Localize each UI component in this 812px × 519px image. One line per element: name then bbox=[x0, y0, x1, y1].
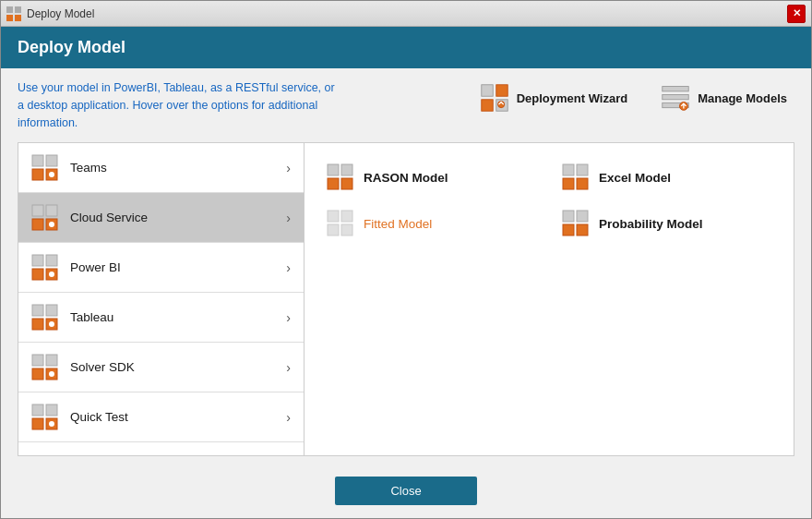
svg-rect-19 bbox=[46, 205, 57, 216]
left-nav: Teams › Cloud Service bbox=[18, 143, 304, 455]
nav-item-solver-sdk[interactable]: Solver SDK › bbox=[18, 343, 304, 392]
svg-rect-46 bbox=[341, 178, 352, 189]
svg-rect-30 bbox=[32, 319, 43, 330]
svg-rect-33 bbox=[32, 355, 43, 366]
svg-point-42 bbox=[49, 421, 54, 427]
manage-models-label: Manage Models bbox=[698, 91, 787, 105]
manage-models-icon bbox=[661, 83, 690, 113]
title-bar-left: Deploy Model bbox=[6, 6, 94, 21]
nav-item-quicktest-left: Quick Test bbox=[31, 404, 128, 431]
close-button[interactable]: Close bbox=[335, 477, 476, 505]
svg-point-37 bbox=[49, 371, 54, 377]
power-bi-label: Power BI bbox=[70, 260, 121, 274]
svg-rect-40 bbox=[32, 418, 43, 429]
svg-rect-5 bbox=[496, 85, 507, 96]
svg-rect-3 bbox=[15, 15, 21, 21]
svg-point-17 bbox=[49, 172, 54, 177]
top-section: Use your model in PowerBI, Tableau, as a… bbox=[18, 79, 794, 131]
nav-item-teams-left: Teams bbox=[31, 154, 107, 182]
nav-item-tableau-left: Tableau bbox=[31, 304, 113, 332]
power-bi-icon bbox=[31, 254, 59, 282]
svg-rect-43 bbox=[328, 164, 339, 175]
nav-item-cloud-service[interactable]: Cloud Service › bbox=[18, 193, 304, 243]
svg-rect-38 bbox=[32, 404, 43, 416]
svg-point-22 bbox=[49, 222, 54, 227]
svg-point-32 bbox=[49, 321, 54, 327]
tableau-icon bbox=[31, 304, 59, 332]
svg-rect-15 bbox=[32, 169, 43, 180]
svg-rect-50 bbox=[577, 178, 588, 189]
fitted-model-label: Fitted Model bbox=[364, 217, 432, 231]
nav-item-cloud-left: Cloud Service bbox=[31, 204, 148, 232]
deployment-wizard-label: Deployment Wizard bbox=[517, 91, 628, 105]
top-buttons: Deployment Wizard Manage Models bbox=[472, 79, 794, 116]
svg-rect-54 bbox=[341, 224, 352, 235]
svg-rect-44 bbox=[341, 164, 352, 175]
svg-rect-2 bbox=[6, 15, 13, 21]
deploy-model-window: Deploy Model ✕ Deploy Model Use your mod… bbox=[0, 0, 812, 519]
excel-model-label: Excel Model bbox=[599, 171, 671, 185]
right-content: RASON Model Excel Model bbox=[304, 143, 794, 455]
svg-rect-28 bbox=[32, 305, 43, 316]
svg-point-27 bbox=[49, 272, 54, 277]
manage-models-button[interactable]: Manage Models bbox=[653, 79, 794, 116]
solver-sdk-chevron: › bbox=[286, 360, 291, 375]
probability-model-item[interactable]: Probability Model bbox=[558, 204, 775, 243]
tableau-label: Tableau bbox=[70, 310, 113, 324]
deployment-wizard-icon bbox=[480, 83, 509, 113]
quick-test-chevron: › bbox=[286, 410, 291, 425]
deployment-wizard-button[interactable]: Deployment Wizard bbox=[472, 79, 636, 116]
svg-rect-57 bbox=[563, 224, 574, 235]
svg-rect-48 bbox=[577, 164, 588, 175]
svg-rect-0 bbox=[6, 6, 13, 13]
rason-model-icon bbox=[327, 163, 354, 191]
tableau-chevron: › bbox=[286, 310, 291, 325]
main-panel: Teams › Cloud Service bbox=[18, 142, 794, 456]
content-area: Use your model in PowerBI, Tableau, as a… bbox=[1, 68, 811, 467]
svg-rect-24 bbox=[46, 255, 57, 266]
teams-icon bbox=[31, 154, 59, 182]
svg-rect-45 bbox=[328, 178, 339, 189]
solver-sdk-label: Solver SDK bbox=[70, 360, 135, 374]
svg-rect-10 bbox=[663, 94, 688, 99]
title-bar: Deploy Model ✕ bbox=[1, 1, 811, 27]
nav-item-tableau[interactable]: Tableau › bbox=[18, 293, 304, 343]
svg-rect-56 bbox=[577, 211, 588, 222]
svg-rect-9 bbox=[663, 87, 688, 91]
svg-rect-55 bbox=[563, 211, 574, 222]
nav-item-teams[interactable]: Teams › bbox=[18, 143, 304, 193]
svg-rect-34 bbox=[46, 355, 57, 366]
quick-test-label: Quick Test bbox=[70, 410, 128, 424]
teams-label: Teams bbox=[70, 161, 107, 175]
svg-rect-49 bbox=[563, 178, 574, 189]
svg-rect-51 bbox=[328, 211, 339, 222]
fitted-model-item[interactable]: Fitted Model bbox=[323, 204, 540, 243]
window-title: Deploy Model bbox=[27, 7, 94, 20]
power-bi-chevron: › bbox=[286, 260, 291, 275]
cloud-service-label: Cloud Service bbox=[70, 211, 148, 224]
rason-model-label: RASON Model bbox=[364, 171, 448, 185]
svg-rect-1 bbox=[15, 6, 21, 13]
svg-rect-18 bbox=[32, 205, 43, 216]
svg-rect-58 bbox=[577, 224, 588, 235]
description-text: Use your model in PowerBI, Tableau, as a… bbox=[18, 79, 340, 131]
dialog-header: Deploy Model bbox=[1, 27, 811, 68]
svg-rect-14 bbox=[46, 155, 57, 166]
nav-item-solver-left: Solver SDK bbox=[31, 354, 135, 381]
nav-item-power-bi[interactable]: Power BI › bbox=[18, 243, 304, 293]
rason-model-item[interactable]: RASON Model bbox=[323, 158, 540, 197]
probability-model-icon bbox=[562, 210, 590, 237]
svg-rect-47 bbox=[563, 164, 574, 175]
teams-chevron: › bbox=[286, 161, 291, 175]
dialog-footer: Close bbox=[1, 467, 811, 518]
window-icon bbox=[6, 6, 21, 21]
excel-model-item[interactable]: Excel Model bbox=[558, 158, 775, 197]
cloud-service-icon bbox=[31, 204, 59, 232]
close-window-button[interactable]: ✕ bbox=[787, 5, 806, 23]
svg-rect-52 bbox=[341, 211, 352, 222]
nav-item-quick-test[interactable]: Quick Test › bbox=[18, 392, 304, 442]
svg-rect-4 bbox=[481, 85, 492, 96]
svg-rect-23 bbox=[32, 255, 43, 266]
excel-model-icon bbox=[562, 163, 590, 191]
svg-rect-6 bbox=[481, 100, 492, 111]
